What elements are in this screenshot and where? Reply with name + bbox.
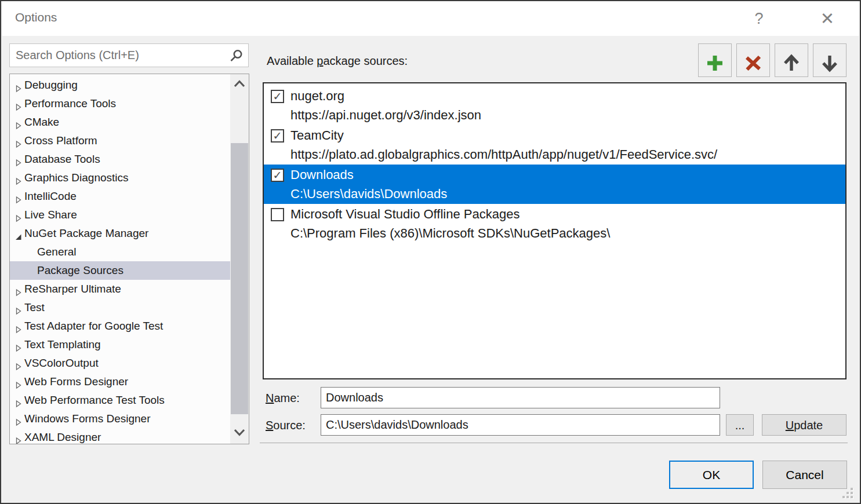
source-name: Downloads — [290, 165, 845, 185]
package-sources-list: ✓ nuget.org https://api.nuget.org/v3/ind… — [263, 82, 847, 379]
add-source-button[interactable] — [698, 43, 732, 77]
move-up-button[interactable] — [775, 43, 808, 77]
source-item-teamcity[interactable]: ✓ TeamCity https://plato.ad.globalgraphi… — [264, 125, 845, 165]
sidebar-item-label: ReSharper Ultimate — [24, 280, 121, 298]
source-item-downloads[interactable]: ✓ Downloads C:\Users\davids\Downloads — [264, 165, 845, 204]
sidebar-item-debugging[interactable]: Debugging — [10, 76, 231, 94]
scrollbar-thumb[interactable] — [231, 143, 248, 414]
x-icon — [743, 66, 763, 75]
cancel-button[interactable]: Cancel — [762, 461, 847, 489]
arrow-down-icon — [820, 66, 840, 75]
sidebar-item-database-tools[interactable]: Database Tools — [10, 150, 231, 169]
sidebar-item-live-share[interactable]: Live Share — [10, 206, 231, 224]
source-name: nuget.org — [290, 86, 845, 106]
sidebar-item-cmake[interactable]: CMake — [10, 113, 231, 132]
search-input[interactable] — [16, 44, 224, 67]
search-box — [9, 43, 249, 67]
sidebar-item-label: IntelliCode — [24, 187, 77, 206]
checkbox-checked[interactable]: ✓ — [271, 90, 284, 103]
sidebar-item-xaml-designer[interactable]: XAML Designer — [10, 428, 231, 444]
close-button[interactable]: ✕ — [813, 5, 841, 32]
sidebar-item-test[interactable]: Test — [10, 298, 231, 317]
sidebar-item-label: Windows Forms Designer — [24, 410, 151, 428]
chevron-right-icon — [14, 377, 23, 386]
source-item-nuget-org[interactable]: ✓ nuget.org https://api.nuget.org/v3/ind… — [264, 86, 845, 125]
sidebar-item-graphics-diagnostics[interactable]: Graphics Diagnostics — [10, 169, 231, 187]
tree-scrollbar[interactable] — [230, 74, 249, 444]
checkbox-unchecked[interactable] — [271, 208, 284, 221]
sidebar-item-resharper-ultimate[interactable]: ReSharper Ultimate — [10, 280, 231, 298]
source-url: https://api.nuget.org/v3/index.json — [290, 106, 845, 125]
footer-divider — [260, 443, 848, 443]
sidebar-item-vscoloroutput[interactable]: VSColorOutput — [10, 354, 231, 372]
source-url: C:\Users\davids\Downloads — [290, 185, 845, 203]
source-item-ms-offline-packages[interactable]: Microsoft Visual Studio Offline Packages… — [264, 204, 845, 243]
options-tree: Debugging Performance Tools CMake Cross … — [9, 74, 249, 444]
chevron-right-icon — [14, 414, 23, 423]
chevron-right-icon — [14, 173, 23, 182]
browse-button[interactable]: ... — [726, 414, 754, 436]
plus-icon — [705, 66, 725, 75]
chevron-right-icon — [14, 136, 23, 145]
sidebar-item-label: CMake — [24, 113, 59, 132]
chevron-right-icon — [14, 340, 23, 349]
source-input[interactable] — [321, 414, 720, 436]
chevron-right-icon — [14, 433, 23, 442]
source-label: Source: — [266, 419, 306, 432]
arrow-up-icon — [782, 66, 801, 75]
sidebar-item-label: Graphics Diagnostics — [24, 169, 129, 187]
sidebar-item-label: General — [37, 243, 77, 261]
sidebar-item-nuget-package-manager[interactable]: NuGet Package Manager — [10, 224, 231, 243]
update-button[interactable]: Update — [762, 414, 847, 436]
sidebar-item-label: Live Share — [24, 206, 77, 224]
sidebar-item-general[interactable]: General — [10, 243, 231, 261]
sidebar-item-package-sources[interactable]: Package Sources — [10, 261, 231, 280]
sidebar-item-label: Package Sources — [37, 261, 123, 280]
sidebar-item-windows-forms-designer[interactable]: Windows Forms Designer — [10, 410, 231, 428]
sidebar-item-cross-platform[interactable]: Cross Platform — [10, 132, 231, 150]
scroll-down-icon[interactable] — [230, 425, 249, 444]
sidebar-item-label: Debugging — [24, 76, 78, 94]
source-name: TeamCity — [290, 126, 845, 145]
sidebar-item-text-templating[interactable]: Text Templating — [10, 335, 231, 354]
sidebar-item-label: Web Performance Test Tools — [24, 391, 165, 410]
scroll-up-icon[interactable] — [230, 74, 249, 93]
chevron-expanded-icon — [14, 229, 23, 238]
sidebar-item-label: NuGet Package Manager — [24, 224, 148, 243]
name-label: Name: — [266, 392, 300, 405]
dialog-title: Options — [15, 10, 57, 24]
chevron-right-icon — [14, 155, 23, 164]
move-down-button[interactable] — [813, 43, 847, 77]
sidebar-item-intellicode[interactable]: IntelliCode — [10, 187, 231, 206]
checkbox-checked[interactable]: ✓ — [271, 169, 284, 182]
help-button[interactable]: ? — [745, 5, 773, 32]
sidebar-item-test-adapter-google-test[interactable]: Test Adapter for Google Test — [10, 317, 231, 335]
resize-grip-icon[interactable] — [842, 488, 854, 499]
name-input[interactable] — [321, 387, 720, 408]
search-icon — [228, 49, 244, 66]
chevron-right-icon — [14, 210, 23, 220]
remove-source-button[interactable] — [736, 43, 770, 77]
source-url: C:\Program Files (x86)\Microsoft SDKs\Nu… — [290, 224, 845, 243]
chevron-right-icon — [14, 303, 23, 312]
chevron-right-icon — [14, 322, 23, 331]
chevron-right-icon — [14, 284, 23, 294]
chevron-right-icon — [14, 359, 23, 368]
checkbox-checked[interactable]: ✓ — [271, 129, 284, 143]
chevron-right-icon — [14, 99, 23, 108]
chevron-right-icon — [14, 118, 23, 127]
title-bar: Options ? ✕ — [2, 1, 859, 36]
available-sources-label: Available package sources: — [267, 54, 408, 68]
sidebar-item-web-forms-designer[interactable]: Web Forms Designer — [10, 372, 231, 391]
sidebar-item-label: Web Forms Designer — [24, 372, 128, 391]
sidebar-item-label: Database Tools — [24, 150, 100, 169]
ok-button[interactable]: OK — [669, 461, 754, 489]
sidebar-item-performance-tools[interactable]: Performance Tools — [10, 94, 231, 113]
sidebar-item-label: Cross Platform — [24, 132, 97, 150]
sidebar-item-label: VSColorOutput — [24, 354, 99, 372]
source-url: https://plato.ad.globalgraphics.com/http… — [290, 145, 845, 164]
sidebar-item-label: Text Templating — [24, 335, 101, 354]
chevron-right-icon — [14, 81, 23, 90]
options-dialog: Options ? ✕ Debugging Performance Tools … — [0, 0, 861, 504]
sidebar-item-web-performance-test-tools[interactable]: Web Performance Test Tools — [10, 391, 231, 410]
